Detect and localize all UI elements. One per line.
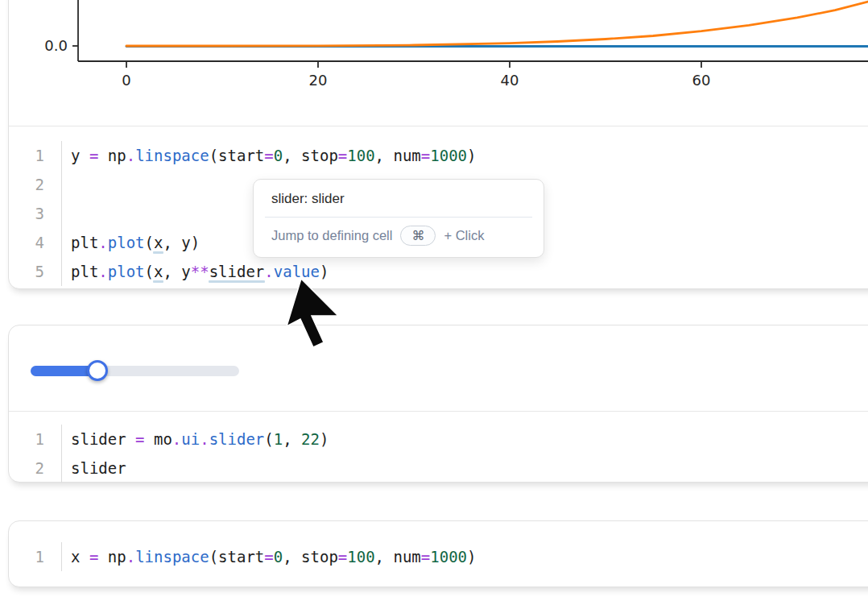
code-text: x = np.linspace(start=0, stop=100, num=1… xyxy=(62,542,476,571)
line-number: 1 xyxy=(9,141,62,170)
code-text: plt.plot(x, y) xyxy=(62,228,200,257)
click-hint: + Click xyxy=(444,228,484,243)
code-line[interactable]: 1slider = mo.ui.slider(1, 22) xyxy=(9,425,868,454)
line-number: 4 xyxy=(9,228,62,257)
code-text xyxy=(62,199,71,228)
mouse-cursor-icon xyxy=(282,274,343,353)
cell-x[interactable]: 1x = np.linspace(start=0, stop=100, num=… xyxy=(8,520,868,587)
code-line[interactable]: 2slider xyxy=(9,454,868,483)
cell-slider[interactable]: 1slider = mo.ui.slider(1, 22)2slider xyxy=(8,325,868,483)
tooltip-variable-name: slider: slider xyxy=(254,180,544,217)
code-text xyxy=(62,170,71,199)
marimo-notebook: 1y = np.linspace(start=0, stop=100, num=… xyxy=(0,0,868,601)
line-number: 3 xyxy=(9,199,62,228)
line-number: 5 xyxy=(9,257,62,286)
code-editor-x[interactable]: 1x = np.linspace(start=0, stop=100, num=… xyxy=(9,521,868,571)
line-number: 2 xyxy=(9,170,62,199)
code-line[interactable]: 1y = np.linspace(start=0, stop=100, num=… xyxy=(9,141,868,170)
line-number: 1 xyxy=(9,425,62,454)
line-number: 1 xyxy=(9,542,62,571)
code-text: slider xyxy=(62,454,126,483)
slider-track[interactable] xyxy=(31,366,239,376)
code-text: slider = mo.ui.slider(1, 22) xyxy=(62,425,329,454)
variable-tooltip: slider: slider Jump to defining cell ⌘ +… xyxy=(253,179,544,258)
jump-to-cell-label: Jump to defining cell xyxy=(271,228,392,243)
command-key-badge: ⌘ xyxy=(400,226,436,246)
jump-to-cell-action[interactable]: Jump to defining cell ⌘ + Click xyxy=(254,218,544,257)
code-editor-slider[interactable]: 1slider = mo.ui.slider(1, 22)2slider xyxy=(9,412,868,483)
line-number: 2 xyxy=(9,454,62,483)
code-line[interactable]: 1x = np.linspace(start=0, stop=100, num=… xyxy=(9,542,868,571)
slider-output xyxy=(9,325,868,411)
slider-handle[interactable] xyxy=(87,360,108,381)
code-line[interactable]: 5plt.plot(x, y**slider.value) xyxy=(9,257,868,286)
code-text: y = np.linspace(start=0, stop=100, num=1… xyxy=(62,141,476,170)
